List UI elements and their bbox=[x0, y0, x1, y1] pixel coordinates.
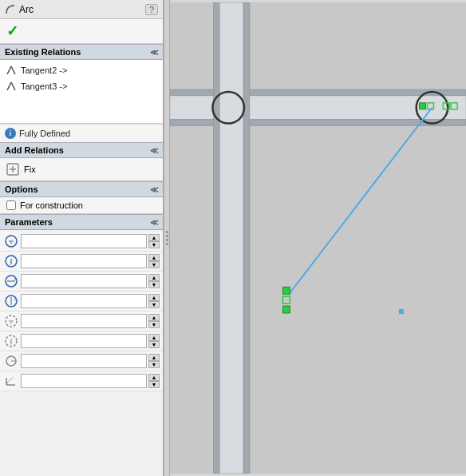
splitter-dot-1 bbox=[166, 231, 168, 233]
param-spin-down-cy2[interactable]: ▼ bbox=[148, 301, 160, 308]
param-spin-down-radius[interactable]: ▼ bbox=[148, 361, 160, 368]
cx2-param-icon: x bbox=[3, 273, 19, 289]
fix-label: Fix bbox=[24, 165, 36, 174]
status-text: Fully Defined bbox=[19, 129, 70, 138]
param-input-cx2[interactable]: 636.39610307 bbox=[21, 274, 147, 288]
param-spinner-cy: ▲ ▼ bbox=[148, 254, 160, 268]
param-spinner-cx: ▲ ▼ bbox=[148, 234, 160, 248]
param-row-cy2: y 0.00 ▲ ▼ bbox=[0, 292, 163, 311]
splitter-dot-4 bbox=[166, 243, 168, 245]
param-row-cy3: y -212.13203436 ▲ ▼ bbox=[0, 331, 163, 351]
svg-rect-33 bbox=[213, 2, 219, 474]
param-row-angle: 90.00° ▲ ▼ bbox=[0, 371, 163, 391]
confirm-check-icon[interactable]: ✓ bbox=[6, 23, 18, 39]
svg-line-3 bbox=[7, 82, 11, 90]
param-spin-up-radius[interactable]: ▲ bbox=[148, 354, 160, 361]
status-row: i Fully Defined bbox=[0, 124, 163, 142]
param-spinner-cx3: ▲ ▼ bbox=[148, 314, 160, 328]
canvas-area[interactable] bbox=[170, 0, 466, 476]
param-input-cx3[interactable]: 424.26406871 bbox=[21, 314, 147, 328]
parameters-header[interactable]: Parameters ≪ bbox=[0, 214, 163, 230]
existing-relations-body: Tangent2 -> Tangent3 -> bbox=[0, 60, 163, 124]
parameters-collapse-icon[interactable]: ≪ bbox=[150, 218, 158, 227]
parameters-title: Parameters bbox=[5, 217, 53, 227]
existing-relations-collapse-icon[interactable]: ≪ bbox=[150, 48, 158, 57]
param-input-angle[interactable]: 90.00° bbox=[21, 374, 147, 388]
param-spin-down-cx2[interactable]: ▼ bbox=[148, 281, 160, 288]
relation-label-2: Tangent3 -> bbox=[21, 81, 67, 91]
add-relations-collapse-icon[interactable]: ≪ bbox=[150, 146, 158, 155]
param-spin-up-angle[interactable]: ▲ bbox=[148, 374, 160, 381]
svg-line-1 bbox=[7, 66, 11, 74]
window-title: Arc bbox=[19, 4, 34, 15]
svg-line-2 bbox=[11, 66, 15, 74]
param-spin-up-cy[interactable]: ▲ bbox=[148, 254, 160, 261]
param-input-radius[interactable]: 212.13203436 bbox=[21, 354, 147, 368]
svg-rect-42 bbox=[282, 287, 290, 294]
radius-param-icon bbox=[3, 353, 19, 369]
param-spin-up-cx3[interactable]: ▲ bbox=[148, 314, 160, 321]
cy3-param-icon: y bbox=[3, 333, 19, 349]
svg-rect-45 bbox=[399, 309, 404, 314]
param-spin-down-cx[interactable]: ▼ bbox=[148, 241, 160, 248]
param-row-radius: 212.13203436 ▲ ▼ bbox=[0, 351, 163, 371]
info-icon: i bbox=[5, 128, 16, 139]
svg-text:y: y bbox=[10, 260, 13, 265]
param-spin-down-angle[interactable]: ▼ bbox=[148, 381, 160, 388]
param-input-cy2[interactable]: 0.00 bbox=[21, 294, 147, 308]
param-spinner-angle: ▲ ▼ bbox=[148, 374, 160, 388]
param-spin-down-cy[interactable]: ▼ bbox=[148, 261, 160, 268]
param-row-cx2: x 636.39610307 ▲ ▼ bbox=[0, 272, 163, 292]
add-relations-title: Add Relations bbox=[5, 145, 64, 155]
drawing-canvas bbox=[170, 0, 466, 476]
param-spin-down-cy3[interactable]: ▼ bbox=[148, 341, 160, 348]
param-spin-up-cy3[interactable]: ▲ bbox=[148, 334, 160, 341]
cy-param-icon: y bbox=[3, 253, 19, 269]
existing-relations-header[interactable]: Existing Relations ≪ bbox=[0, 44, 163, 60]
tangent3-icon bbox=[5, 80, 18, 93]
svg-rect-44 bbox=[282, 306, 290, 313]
param-row-cx3: x 424.26406871 ▲ ▼ bbox=[0, 311, 163, 331]
param-spinner-cy3: ▲ ▼ bbox=[148, 334, 160, 348]
param-input-cy3[interactable]: -212.13203436 bbox=[21, 334, 147, 348]
splitter-dot-2 bbox=[166, 235, 168, 237]
angle-param-icon bbox=[3, 373, 19, 389]
relation-row-1: Tangent2 -> bbox=[5, 63, 158, 77]
existing-relations-title: Existing Relations bbox=[5, 47, 81, 57]
param-spin-up-cy2[interactable]: ▲ bbox=[148, 294, 160, 301]
cx3-param-icon: x bbox=[3, 313, 19, 329]
for-construction-checkbox[interactable] bbox=[6, 200, 16, 210]
options-body: For construction bbox=[0, 197, 163, 214]
param-row-cy: y -212.13203436 ▲ ▼ bbox=[0, 252, 163, 272]
tangent2-icon bbox=[5, 64, 18, 77]
cy2-param-icon: y bbox=[3, 293, 19, 309]
help-button[interactable]: ? bbox=[145, 4, 158, 15]
param-spin-down-cx3[interactable]: ▼ bbox=[148, 321, 160, 328]
param-spin-up-cx2[interactable]: ▲ bbox=[148, 274, 160, 281]
panel-splitter[interactable] bbox=[164, 0, 170, 476]
param-row-cx: x 636.39610307 ▲ ▼ bbox=[0, 232, 163, 252]
param-spinner-cy2: ▲ ▼ bbox=[148, 294, 160, 308]
splitter-dot-3 bbox=[166, 239, 168, 241]
svg-rect-35 bbox=[243, 2, 250, 474]
confirm-area: ✓ bbox=[0, 19, 163, 44]
for-construction-label: For construction bbox=[20, 200, 83, 210]
param-input-cy[interactable]: -212.13203436 bbox=[21, 254, 147, 268]
fix-icon bbox=[5, 161, 21, 177]
options-title: Options bbox=[5, 184, 38, 194]
options-collapse-icon[interactable]: ≪ bbox=[150, 185, 158, 194]
relation-row-2: Tangent3 -> bbox=[5, 79, 158, 93]
title-bar: Arc ? bbox=[0, 0, 163, 19]
param-spinner-radius: ▲ ▼ bbox=[148, 354, 160, 368]
svg-text:y: y bbox=[10, 340, 13, 345]
add-relations-header[interactable]: Add Relations ≪ bbox=[0, 142, 163, 158]
parameters-body: x 636.39610307 ▲ ▼ y -212.13203436 ▲ ▼ bbox=[0, 230, 163, 476]
options-header[interactable]: Options ≪ bbox=[0, 181, 163, 197]
param-input-cx[interactable]: 636.39610307 bbox=[21, 234, 147, 248]
param-spin-up-cx[interactable]: ▲ bbox=[148, 234, 160, 241]
arc-icon bbox=[5, 4, 16, 15]
svg-rect-34 bbox=[219, 2, 243, 474]
svg-rect-38 bbox=[420, 103, 426, 109]
relation-label-1: Tangent2 -> bbox=[21, 65, 67, 75]
cx-param-icon: x bbox=[3, 233, 19, 249]
